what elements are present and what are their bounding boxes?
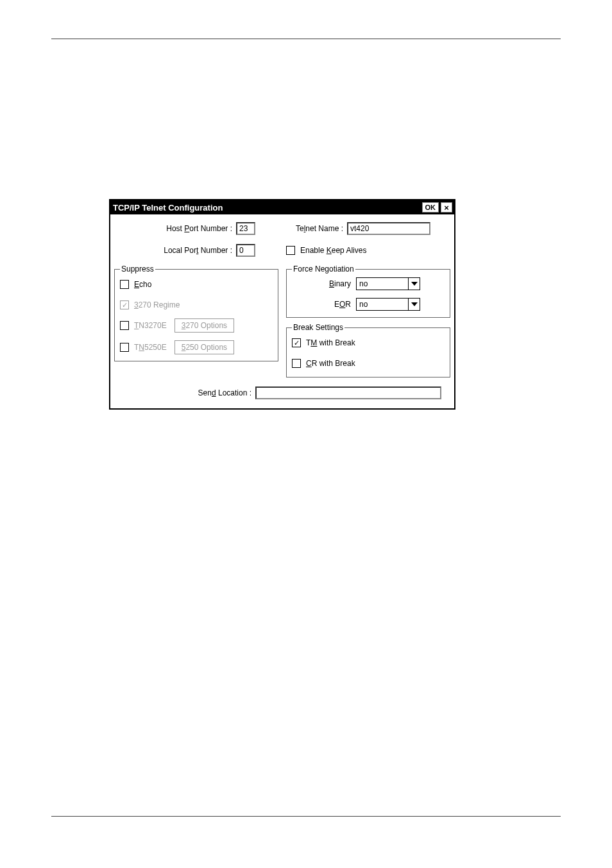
checkbox-icon [120, 300, 129, 309]
checkbox-icon [120, 280, 129, 289]
3270-options-button: 3270 Options [174, 318, 234, 333]
break-settings-legend: Break Settings [292, 323, 344, 332]
tm-with-break-checkbox[interactable]: TM with Break [292, 336, 355, 350]
break-settings-group: Break Settings TM with Break CR with Bre… [286, 323, 450, 378]
enable-keep-alives-checkbox[interactable]: Enable Keep Alives [286, 243, 366, 257]
titlebar: TCP/IP Telnet Configuration OK × [110, 200, 454, 214]
telnet-name-input[interactable] [347, 222, 430, 235]
telnet-config-dialog: TCP/IP Telnet Configuration OK × Host Po… [109, 199, 455, 410]
tn5250e-checkbox[interactable]: TN5250E [120, 340, 167, 354]
force-negotiation-legend: Force Negotiation [292, 265, 355, 273]
tn3270e-checkbox[interactable]: TN3270E [120, 318, 167, 333]
host-port-label: Host Port Number : [114, 224, 236, 233]
dialog-title: TCP/IP Telnet Configuration [113, 203, 422, 213]
cr-with-break-checkbox[interactable]: CR with Break [292, 356, 355, 370]
suppress-legend: Suppress [120, 265, 155, 273]
checkbox-icon [292, 338, 301, 347]
close-button[interactable]: × [441, 202, 452, 213]
force-negotiation-group: Force Negotiation Binary no [286, 265, 450, 318]
eor-label: EOR [292, 300, 356, 309]
svg-marker-1 [411, 302, 418, 306]
checkbox-icon [120, 343, 129, 352]
chevron-down-icon [408, 299, 420, 310]
binary-select[interactable]: no [356, 277, 420, 290]
echo-label: Echo [134, 280, 151, 289]
binary-label: Binary [292, 279, 356, 288]
checkbox-icon [120, 321, 129, 330]
local-port-label: Local Port Number : [114, 246, 236, 255]
chevron-down-icon [408, 278, 420, 290]
send-location-input[interactable] [255, 386, 441, 399]
tn3270e-label: TN3270E [134, 321, 167, 330]
tm-with-break-label: TM with Break [306, 338, 355, 347]
ok-button[interactable]: OK [422, 202, 439, 213]
local-port-input[interactable] [236, 244, 255, 257]
5250-options-button: 5250 Options [174, 340, 234, 354]
eor-select[interactable]: no [356, 298, 420, 311]
checkbox-icon [286, 246, 295, 255]
enable-keep-alives-label: Enable Keep Alives [300, 246, 366, 255]
telnet-name-label: Telnet Name : [286, 224, 347, 233]
suppress-group: Suppress Echo 3270 Regime [114, 265, 278, 361]
close-icon: × [444, 204, 449, 212]
send-location-label: Send Location : [178, 388, 255, 397]
echo-checkbox[interactable]: Echo [120, 277, 151, 291]
tn5250e-label: TN5250E [134, 343, 167, 352]
3270-regime-checkbox: 3270 Regime [120, 298, 180, 312]
3270-regime-label: 3270 Regime [134, 300, 180, 309]
svg-marker-0 [411, 282, 418, 286]
checkbox-icon [292, 359, 301, 368]
host-port-input[interactable] [236, 222, 255, 235]
cr-with-break-label: CR with Break [306, 359, 355, 368]
